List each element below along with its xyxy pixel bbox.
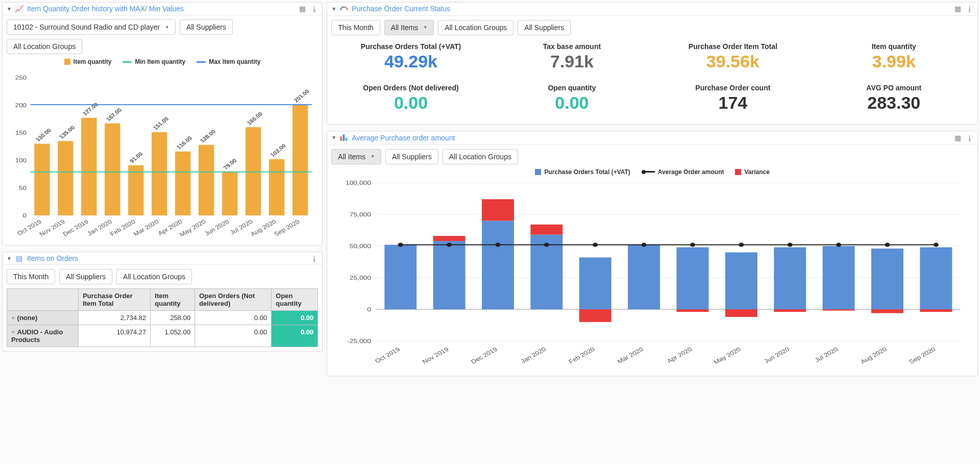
svg-text:0: 0	[23, 212, 27, 219]
kpi-card: Purchase Order count 174	[653, 81, 812, 120]
svg-rect-83	[774, 309, 806, 312]
svg-text:Mar 2020: Mar 2020	[616, 346, 645, 365]
svg-point-97	[544, 242, 549, 247]
svg-text:Dec 2019: Dec 2019	[61, 218, 90, 237]
panel-avg-po-amount: ▼ Average Purchase order amount ▦ ⭳ All …	[327, 131, 978, 376]
kpi-card: Item quantity 3.99k	[815, 39, 973, 79]
svg-point-103	[836, 242, 841, 247]
svg-rect-82	[774, 247, 806, 309]
table-row[interactable]: +AUDIO - Audio Products 10,974.271,052.0…	[7, 325, 318, 347]
panel-title: Item Quantity Order history with MAX/ Mi…	[27, 5, 184, 13]
kpi-card: Open Orders (Not delivered) 0.00	[331, 81, 490, 120]
collapse-icon[interactable]: ▼	[331, 6, 336, 12]
filter-all-items[interactable]: All Items	[384, 20, 434, 35]
filter-location-groups[interactable]: All Location Groups	[116, 269, 192, 284]
grid-icon[interactable]: ▦	[954, 5, 961, 13]
col-item-quantity[interactable]: Item quantity	[151, 289, 195, 311]
svg-point-96	[496, 242, 501, 247]
expand-icon[interactable]: +	[11, 328, 15, 336]
svg-point-98	[593, 242, 598, 247]
svg-rect-69	[531, 225, 563, 235]
col-open-orders[interactable]: Open Orders (Not delivered)	[195, 289, 272, 311]
svg-text:91.00: 91.00	[128, 151, 144, 164]
svg-text:Aug 2020: Aug 2020	[249, 218, 278, 237]
svg-rect-62	[433, 241, 465, 309]
svg-text:May 2020: May 2020	[713, 346, 743, 365]
svg-text:151.00: 151.00	[152, 116, 170, 131]
panel-po-current-status: ▼ Purchase Order Current Status ▦ ⭳ This…	[327, 2, 978, 125]
svg-rect-12	[81, 118, 96, 215]
svg-text:200: 200	[15, 102, 27, 109]
svg-text:Jul 2020: Jul 2020	[814, 346, 840, 363]
collapse-icon[interactable]: ▼	[7, 256, 12, 261]
kpi-card: Purchase Orders Total (+VAT) 49.29k	[331, 39, 490, 79]
svg-text:102.00: 102.00	[269, 143, 287, 158]
col-po-item-total[interactable]: Purchase Order Item Total	[79, 289, 151, 311]
items-on-orders-table: Purchase Order Item Total Item quantity …	[7, 288, 318, 347]
download-icon[interactable]: ⭳	[966, 134, 973, 142]
kpi-label: Tax base amount	[495, 42, 649, 51]
svg-text:Nov 2019: Nov 2019	[38, 218, 66, 237]
svg-text:130.00: 130.00	[34, 128, 53, 142]
svg-text:Sep 2020: Sep 2020	[908, 346, 937, 365]
download-icon[interactable]: ⭳	[311, 5, 318, 13]
item-quantity-chart: 050100150200250130.00Oct 2019135.00Nov 2…	[7, 67, 318, 241]
kpi-card: Tax base amount 7.91k	[493, 39, 651, 79]
filter-location-groups[interactable]: All Location Groups	[438, 20, 513, 35]
panel-items-on-orders: ▼ ▤ Items on Orders ⭳ This Month All Sup…	[2, 252, 323, 352]
filter-suppliers[interactable]: All Suppliers	[385, 149, 438, 164]
svg-point-105	[934, 242, 939, 247]
svg-text:Oct 2019: Oct 2019	[374, 346, 402, 364]
svg-text:Feb 2020: Feb 2020	[568, 346, 597, 365]
svg-rect-15	[105, 124, 120, 215]
download-icon[interactable]: ⭳	[966, 5, 973, 13]
svg-text:Mar 2020: Mar 2020	[132, 218, 160, 237]
svg-rect-80	[725, 309, 757, 317]
filter-this-month[interactable]: This Month	[331, 20, 380, 35]
svg-text:Jun 2020: Jun 2020	[763, 346, 791, 364]
kpi-value: 174	[655, 93, 810, 113]
svg-text:201.00: 201.00	[292, 88, 311, 103]
svg-text:79.00: 79.00	[222, 158, 238, 170]
svg-rect-24	[175, 152, 190, 215]
svg-rect-36	[269, 159, 284, 215]
kpi-label: Open Orders (Not delivered)	[333, 84, 488, 92]
filter-suppliers[interactable]: All Suppliers	[59, 269, 112, 284]
panel-title: Average Purchase order amount	[352, 134, 455, 142]
collapse-icon[interactable]: ▼	[331, 135, 336, 140]
filter-suppliers[interactable]: All Suppliers	[180, 19, 233, 35]
svg-rect-65	[482, 221, 514, 309]
svg-text:Dec 2019: Dec 2019	[470, 346, 499, 365]
svg-rect-18	[128, 165, 143, 215]
svg-rect-89	[871, 309, 903, 313]
svg-point-101	[739, 242, 744, 247]
svg-text:177.00: 177.00	[81, 102, 100, 116]
svg-rect-60	[385, 245, 417, 309]
grid-icon[interactable]: ▦	[954, 134, 961, 142]
filter-this-month[interactable]: This Month	[7, 269, 55, 284]
kpi-value: 0.00	[495, 93, 649, 113]
col-open-quantity[interactable]: Open quantity	[272, 289, 318, 311]
collapse-icon[interactable]: ▼	[7, 6, 12, 12]
filter-suppliers[interactable]: All Suppliers	[518, 20, 571, 35]
filter-item[interactable]: 10102 - Surround Sound Radio and CD play…	[7, 19, 176, 35]
svg-text:Aug 2020: Aug 2020	[859, 346, 888, 365]
kpi-value: 7.91k	[495, 52, 649, 71]
svg-text:100: 100	[15, 157, 27, 164]
filter-location-groups[interactable]: All Location Groups	[7, 39, 82, 54]
svg-rect-79	[725, 252, 757, 309]
expand-icon[interactable]: +	[11, 314, 15, 322]
svg-text:Jun 2020: Jun 2020	[203, 218, 231, 237]
svg-point-102	[788, 242, 793, 247]
grid-icon[interactable]: ▦	[299, 5, 306, 13]
col-blank	[7, 289, 79, 311]
download-icon[interactable]: ⭳	[311, 254, 318, 262]
svg-text:Sep 2020: Sep 2020	[273, 218, 301, 237]
filter-all-items[interactable]: All Items	[331, 149, 381, 164]
table-row[interactable]: +(none) 2,734.82258.000.000.00	[7, 311, 318, 325]
svg-text:Apr 2020: Apr 2020	[666, 346, 694, 364]
chart-legend: Purchase Orders Total (+VAT) Average Ord…	[331, 168, 973, 176]
svg-point-95	[447, 242, 452, 247]
filter-location-groups[interactable]: All Location Groups	[443, 149, 518, 164]
kpi-label: Open quantity	[495, 84, 649, 92]
